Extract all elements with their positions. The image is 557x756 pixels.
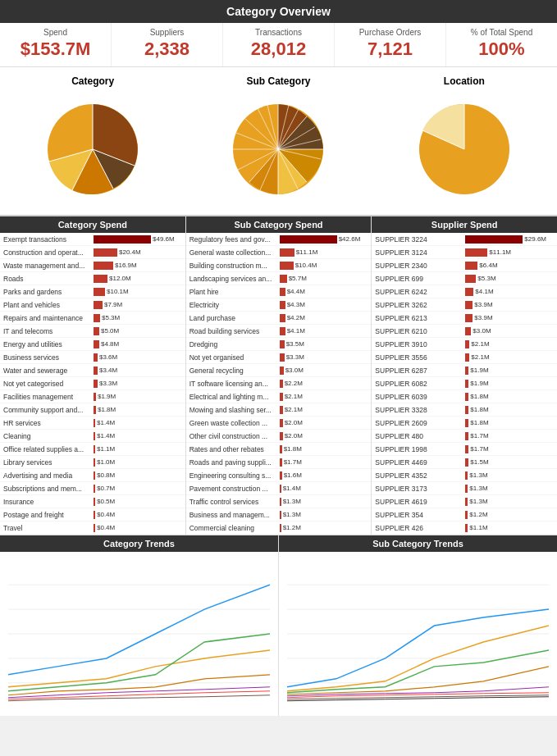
table-row: SUPPLIER 3262 $3.9M bbox=[372, 298, 557, 312]
row-label: SUPPLIER 6210 bbox=[375, 327, 465, 335]
row-amount: $16.9M bbox=[115, 262, 137, 269]
row-bar bbox=[465, 248, 487, 257]
row-bar-area: $4.2M bbox=[280, 314, 368, 322]
category-trends-block: Category Trends bbox=[0, 535, 279, 716]
po-value: 7,121 bbox=[338, 39, 442, 60]
row-bar bbox=[465, 301, 473, 309]
subcategory-trends-header: Sub Category Trends bbox=[279, 535, 557, 552]
row-bar-area: $2.0M bbox=[280, 419, 368, 427]
row-bar-area: $1.2M bbox=[465, 511, 554, 519]
row-amount: $1.3M bbox=[469, 485, 487, 492]
row-bar-area: $1.3M bbox=[465, 485, 554, 493]
row-amount: $1.8M bbox=[470, 419, 488, 426]
row-label: Mowing and slashing ser... bbox=[189, 406, 280, 414]
row-bar-area: $4.4M bbox=[280, 288, 368, 296]
suppliers-value: 2,338 bbox=[115, 39, 219, 60]
row-bar-area: $2.1M bbox=[465, 353, 554, 362]
row-label: Land purchase bbox=[189, 314, 280, 322]
row-bar bbox=[280, 445, 282, 453]
row-bar bbox=[94, 275, 107, 283]
row-bar-area: $49.6M bbox=[94, 235, 182, 244]
row-bar bbox=[94, 485, 95, 493]
row-amount: $3.9M bbox=[474, 314, 492, 321]
row-amount: $4.2M bbox=[287, 314, 305, 321]
table-row: Electrical and lighting m... $2.1M bbox=[186, 390, 372, 403]
subcategory-chart-title: Sub Category bbox=[185, 75, 371, 87]
row-amount: $4.1M bbox=[475, 288, 493, 295]
row-bar-area: $4.3M bbox=[280, 301, 368, 309]
row-bar bbox=[280, 262, 294, 270]
row-bar-area: $20.4M bbox=[94, 248, 182, 257]
row-amount: $1.3M bbox=[469, 471, 487, 479]
table-row: HR services $1.4M bbox=[0, 417, 185, 430]
row-amount: $10.1M bbox=[107, 288, 129, 295]
row-label: SUPPLIER 426 bbox=[375, 524, 465, 532]
table-row: Water and sewerage $3.4M bbox=[0, 364, 185, 377]
row-bar-area: $1.4M bbox=[94, 432, 182, 440]
row-bar bbox=[94, 301, 103, 309]
row-bar bbox=[94, 445, 95, 453]
spend-value: $153.7M bbox=[3, 39, 107, 60]
row-bar-area: $29.6M bbox=[465, 235, 554, 244]
row-label: Plant hire bbox=[189, 288, 280, 296]
row-label: Office related supplies a... bbox=[3, 445, 94, 453]
row-label: SUPPLIER 3328 bbox=[375, 406, 465, 414]
row-bar-area: $5.0M bbox=[94, 327, 182, 335]
row-bar bbox=[280, 301, 285, 309]
row-bar-area: $0.4M bbox=[94, 511, 182, 519]
row-amount: $2.1M bbox=[285, 406, 303, 413]
table-row: Business and managem... $1.3M bbox=[186, 508, 372, 521]
row-bar-area: $5.7M bbox=[280, 275, 368, 283]
row-amount: $10.4M bbox=[295, 262, 317, 269]
row-bar-area: $1.6M bbox=[280, 471, 368, 480]
row-amount: $3.4M bbox=[99, 367, 117, 374]
row-label: SUPPLIER 6287 bbox=[375, 367, 465, 375]
transactions-value: 28,012 bbox=[226, 39, 331, 60]
row-bar-area: $1.0M bbox=[94, 458, 182, 467]
row-amount: $3.5M bbox=[286, 340, 304, 348]
table-row: Library services $1.0M bbox=[0, 456, 185, 469]
row-bar-area: $1.8M bbox=[465, 406, 554, 414]
row-label: SUPPLIER 3224 bbox=[375, 235, 465, 244]
row-bar bbox=[280, 248, 294, 257]
row-bar-area: $0.7M bbox=[94, 485, 182, 493]
trends-section: Category Trends Sub Category Trends bbox=[0, 535, 557, 716]
row-bar bbox=[280, 471, 282, 480]
row-bar-area: $4.1M bbox=[465, 288, 554, 296]
row-bar bbox=[94, 498, 95, 506]
table-row: Postage and freight $0.4M bbox=[0, 508, 185, 521]
row-bar-area: $11.1M bbox=[280, 248, 368, 257]
summary-spend: Spend $153.7M bbox=[0, 23, 112, 66]
row-label: SUPPLIER 3910 bbox=[375, 340, 465, 348]
row-label: Commercial cleaning bbox=[189, 524, 280, 532]
row-amount: $1.4M bbox=[283, 485, 301, 492]
row-label: Pavement construction ... bbox=[189, 485, 280, 493]
row-bar bbox=[465, 524, 468, 532]
row-amount: $11.1M bbox=[489, 248, 511, 256]
table-row: Plant and vehicles $7.9M bbox=[0, 298, 185, 312]
row-amount: $4.4M bbox=[287, 288, 305, 295]
table-row: SUPPLIER 4619 $1.3M bbox=[372, 495, 557, 508]
row-amount: $0.8M bbox=[97, 471, 115, 479]
table-row: Community support and... $1.8M bbox=[0, 403, 185, 417]
row-bar bbox=[280, 419, 283, 427]
row-bar-area: $3.9M bbox=[465, 301, 554, 309]
row-amount: $0.4M bbox=[97, 511, 115, 518]
row-amount: $1.3M bbox=[469, 498, 487, 505]
row-amount: $1.2M bbox=[283, 524, 301, 531]
row-bar-area: $16.9M bbox=[94, 262, 182, 270]
subcategory-trends-chart bbox=[279, 552, 557, 716]
row-bar bbox=[280, 458, 282, 467]
row-bar-area: $12.0M bbox=[94, 275, 182, 283]
table-row: Other civil construction ... $2.0M bbox=[186, 430, 372, 443]
row-bar-area: $1.9M bbox=[465, 367, 554, 375]
table-row: Advertising and media $0.8M bbox=[0, 469, 185, 482]
row-bar bbox=[94, 288, 105, 296]
row-label: SUPPLIER 3556 bbox=[375, 353, 465, 362]
table-row: Land purchase $4.2M bbox=[186, 312, 372, 325]
row-label: SUPPLIER 6213 bbox=[375, 314, 465, 322]
row-bar bbox=[280, 275, 287, 283]
table-row: SUPPLIER 6082 $1.9M bbox=[372, 377, 557, 390]
row-label: Regulatory fees and gov... bbox=[189, 235, 280, 244]
category-spend-header: Category Spend bbox=[0, 216, 185, 233]
